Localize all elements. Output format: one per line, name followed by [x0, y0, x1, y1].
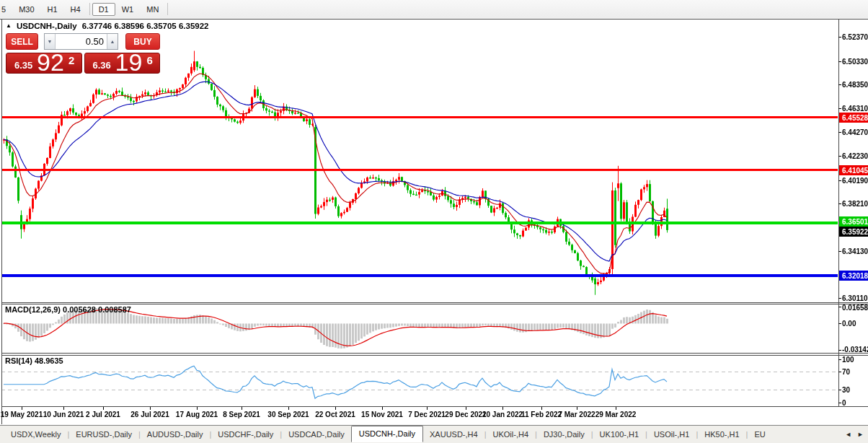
trade-panel-price-row: 6.35 92 2 6.36 19 6: [6, 53, 160, 74]
buy-button[interactable]: BUY: [125, 33, 160, 50]
sell-price-handle: 6.35: [14, 60, 32, 71]
toolbar-separator: [89, 3, 90, 15]
chart-tab-eu[interactable]: EU: [748, 428, 771, 441]
sell-button[interactable]: SELL: [6, 33, 38, 50]
trade-panel-top-row: SELL ▼ ▲ BUY: [6, 33, 160, 50]
timeframe-button-m30[interactable]: M30: [12, 3, 40, 16]
buy-price-point: 6: [147, 54, 153, 66]
chart-tab-ukoil-h4[interactable]: UKOil-,H4: [487, 428, 536, 441]
chart-header: ▲ USDCNH-,Daily 6.37746 6.38596 6.35705 …: [6, 22, 209, 30]
mt4-window: 5M30H1H4D1W1MN ▲ USDCNH-,Daily 6.37746 6…: [0, 0, 868, 443]
chart-symbol-title: USDCNH-,Daily: [17, 22, 77, 30]
timeframe-button-mn[interactable]: MN: [140, 3, 165, 16]
timeframe-toolbar: 5M30H1H4D1W1MN: [0, 0, 868, 18]
chart-tab-usdcnh-daily[interactable]: USDCNH-,Daily: [351, 426, 423, 442]
chart-tab-usdcad-daily[interactable]: USDCAD-,Daily: [282, 428, 351, 441]
sell-price-point: 2: [68, 54, 74, 66]
chart-tab-usdx-weekly[interactable]: USDX,Weekly: [4, 428, 67, 441]
chart-tab-eurusd-daily[interactable]: EURUSD-,Daily: [69, 428, 138, 441]
timeframe-button-h1[interactable]: H1: [41, 3, 64, 16]
sell-price-pips: 92: [37, 53, 64, 74]
buy-price-handle: 6.36: [93, 60, 111, 71]
chart-tab-usdchf-daily[interactable]: USDCHF-,Daily: [211, 428, 280, 441]
buy-price-box[interactable]: 6.36 19 6: [84, 53, 161, 74]
one-click-trade-panel: SELL ▼ ▲ BUY 6.35 92 2 6.36 19 6: [6, 33, 160, 74]
chart-ohlc-values: 6.37746 6.38596 6.35705 6.35922: [82, 22, 209, 30]
tab-scroll-arrows: ◄►: [845, 431, 868, 438]
timeframe-button-d1[interactable]: D1: [92, 3, 115, 16]
chart-tab-usoil-h1[interactable]: USOil-,H1: [647, 428, 696, 441]
collapse-chart-icon[interactable]: ▲: [6, 22, 12, 29]
toolbar-separator: [167, 3, 168, 15]
tab-scroll-right-icon[interactable]: ►: [857, 431, 864, 438]
rsi-indicator-label: RSI(14) 48.9635: [5, 356, 63, 365]
chart-tab-dj30-daily[interactable]: DJ30-,Daily: [537, 428, 591, 441]
timeframe-button-h4[interactable]: H4: [64, 3, 87, 16]
chart-tab-hk50-h1[interactable]: HK50-,H1: [698, 428, 745, 441]
volume-input[interactable]: [56, 34, 107, 49]
symbol-tab-bar: USDX,Weekly|EURUSD-,Daily|AUDUSD-,Daily|…: [0, 425, 868, 443]
volume-increase-icon[interactable]: ▲: [107, 34, 118, 49]
chart-tab-xauusd-h4[interactable]: XAUUSD-,H4: [423, 428, 484, 441]
chart-tab-audusd-daily[interactable]: AUDUSD-,Daily: [141, 428, 210, 441]
macd-indicator-label: MACD(12,26,9) 0.005628 0.008587: [5, 305, 131, 314]
timeframe-button-5[interactable]: 5: [0, 3, 12, 16]
volume-decrease-icon[interactable]: ▼: [45, 34, 56, 49]
timeframe-button-w1[interactable]: W1: [115, 3, 141, 16]
sell-price-box[interactable]: 6.35 92 2: [6, 53, 82, 74]
chart-tab-uk100-h1[interactable]: UK100-,H1: [593, 428, 645, 441]
volume-stepper: ▼ ▲: [44, 33, 118, 50]
tab-scroll-left-icon[interactable]: ◄: [845, 431, 851, 438]
buy-price-pips: 19: [115, 53, 143, 74]
